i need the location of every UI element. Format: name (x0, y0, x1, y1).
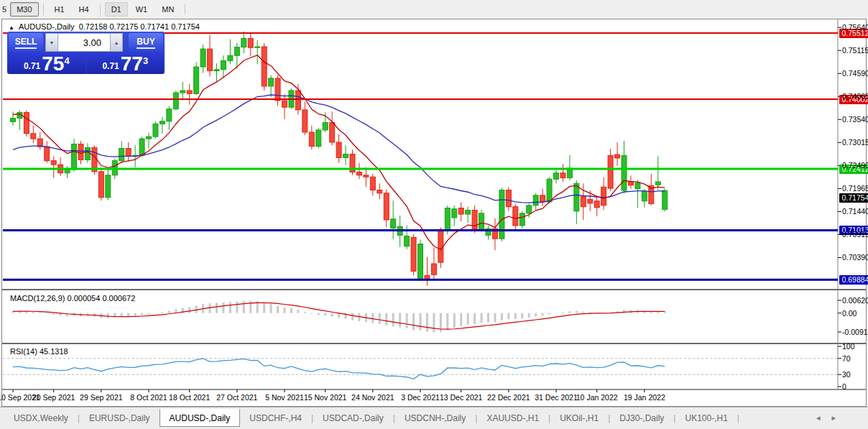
chart-window (1, 19, 867, 407)
tab-scroll-right-icon[interactable]: ▸ (831, 413, 836, 423)
timeframe-button-h4[interactable]: H4 (73, 2, 96, 17)
toolbar-separator (100, 4, 101, 15)
sell-button[interactable]: SELL (9, 33, 43, 52)
timeframe-button-d1[interactable]: D1 (105, 2, 128, 17)
trading-platform-window: 5M30H1H4D1W1MN 0.755120.740020.724120.71… (0, 0, 868, 429)
tab-separator: | (737, 413, 739, 423)
chart-tab-ukoil[interactable]: UKOil-,H1 (550, 410, 608, 426)
sell-price-display[interactable]: 0.71 75 4 (9, 53, 85, 74)
timeframe-button-mn[interactable]: MN (155, 2, 180, 17)
toolbar-separator (185, 4, 185, 15)
chart-title: ▲AUDUSD-,Daily 0.72158 0.72175 0.71741 0… (9, 22, 200, 31)
collapse-panel-icon[interactable]: ▲ (9, 24, 14, 31)
chart-tab-usdcad[interactable]: USDCAD-,Daily (313, 410, 393, 426)
chart-tab-xauusd[interactable]: XAUUSD-,H1 (477, 410, 548, 426)
chart-tab-uk100[interactable]: UK100-,H1 (675, 410, 737, 426)
chart-tab-eurusd[interactable]: EURUSD-,Daily (80, 410, 160, 426)
buy-price-pip-digit: 3 (143, 55, 148, 66)
buy-price-big-digits: 77 (121, 55, 143, 73)
tab-scroll-left-icon[interactable]: ◂ (816, 413, 821, 423)
chart-ohlc-values: 0.72158 0.72175 0.71741 0.71754 (79, 22, 200, 31)
lot-increase-button[interactable]: ▲ (110, 33, 123, 52)
chart-tab-audusd[interactable]: AUDUSD-,Daily (160, 409, 241, 427)
chart-tab-usdx[interactable]: USDX,Weekly (4, 410, 78, 426)
chart-tab-dj30[interactable]: DJ30-,Daily (610, 410, 673, 426)
sell-price-big-digits: 75 (42, 55, 64, 73)
chart-tab-usdchf[interactable]: USDCHF-,H4 (240, 410, 311, 426)
timeframe-button-w1[interactable]: W1 (129, 2, 154, 17)
timeframe-button-partial[interactable]: 5 (0, 2, 9, 17)
buy-button[interactable]: BUY (129, 33, 163, 52)
toolbar-separator (43, 4, 44, 15)
timeframe-button-m30[interactable]: M30 (10, 2, 38, 17)
buy-price-prefix: 0.71 (102, 61, 119, 71)
chevron-down-icon: ▼ (50, 40, 55, 45)
buy-price-display[interactable]: 0.71 77 3 (88, 53, 164, 74)
sell-price-prefix: 0.71 (24, 61, 40, 71)
one-click-trade-panel: SELL ▼ 3.00 ▲ BUY 0.71 75 4 0.71 77 3 (7, 32, 165, 74)
lot-size-input[interactable]: 3.00 (58, 33, 110, 52)
tab-scroll-arrows: ◂ ▸ (816, 413, 836, 423)
chevron-up-icon: ▲ (114, 40, 119, 45)
sell-price-pip-digit: 4 (64, 55, 69, 66)
chart-symbol-label: AUDUSD-,Daily (19, 22, 75, 31)
timeframe-button-h1[interactable]: H1 (48, 2, 71, 17)
lot-decrease-button[interactable]: ▼ (45, 33, 58, 52)
chart-tab-bar: USDX,Weekly|EURUSD-,DailyAUDUSD-,DailyUS… (0, 407, 868, 429)
timeframe-toolbar: 5M30H1H4D1W1MN (0, 0, 868, 19)
chart-tab-usdcnh[interactable]: USDCNH-,Daily (395, 410, 475, 426)
